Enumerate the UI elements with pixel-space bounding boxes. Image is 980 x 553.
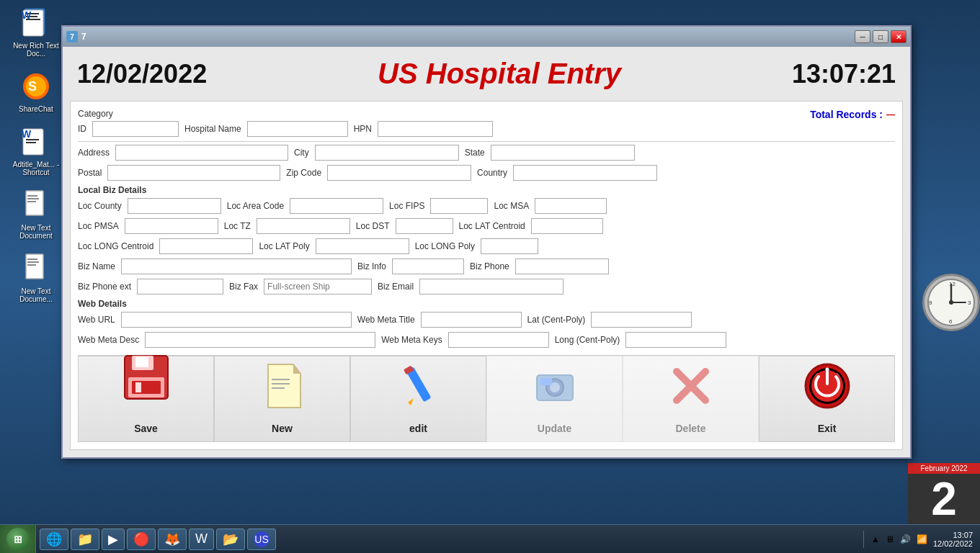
id-input[interactable] xyxy=(92,121,179,137)
loc-dst-input[interactable] xyxy=(396,218,453,234)
start-button[interactable]: ⊞ xyxy=(0,525,36,554)
form-container: Category ID Hospital Name HPN Total Reco… xyxy=(70,101,903,450)
loc-lat-centroid-input[interactable] xyxy=(531,218,603,234)
exit-button[interactable]: Exit xyxy=(759,356,895,442)
taskbar-usdata[interactable]: US xyxy=(247,529,276,550)
desktop: W New Rich Text Doc... S ShareChat W xyxy=(0,0,980,553)
total-records-value: — xyxy=(886,109,895,120)
loc-tz-input[interactable] xyxy=(257,218,350,234)
taskbar-firefox[interactable]: 🦊 xyxy=(158,529,187,550)
web-meta-desc-input[interactable] xyxy=(145,332,375,348)
app-content: 12/02/2022 US Hospital Entry 13:07:21 Ca… xyxy=(63,47,910,457)
update-button[interactable]: Update xyxy=(486,356,623,442)
biz-fax-input[interactable] xyxy=(264,279,372,295)
hpn-input[interactable] xyxy=(378,121,493,137)
close-button[interactable]: ✕ xyxy=(891,30,906,43)
city-input[interactable] xyxy=(315,145,459,161)
ie-icon: 🌐 xyxy=(46,531,62,547)
hospital-name-input[interactable] xyxy=(247,121,348,137)
rich-text-label: New Rich Text Doc... xyxy=(7,42,65,58)
long-cent-poly-input[interactable] xyxy=(625,332,726,348)
sharechat-label: ShareChat xyxy=(19,105,53,113)
maximize-button[interactable]: □ xyxy=(873,30,888,43)
local-biz-header: Local Biz Details xyxy=(78,185,895,195)
loc-lat-poly-input[interactable] xyxy=(316,238,409,254)
loc-long-poly-input[interactable] xyxy=(481,238,538,254)
id-label: ID xyxy=(78,124,86,134)
new-button[interactable]: New xyxy=(214,356,350,442)
minimize-button[interactable]: ─ xyxy=(855,30,870,43)
biz-phone-ext-input[interactable] xyxy=(137,279,223,295)
svg-rect-34 xyxy=(135,382,141,392)
delete-button[interactable]: Delete xyxy=(623,356,759,442)
biz-name-input[interactable] xyxy=(121,258,352,274)
taskbar-chrome[interactable]: 🔴 xyxy=(127,529,156,550)
taskbar-items: 🌐 📁 ▶ 🔴 🦊 W 📂 US xyxy=(36,529,863,550)
calendar-widget: February 2022 2 xyxy=(908,463,980,524)
svg-rect-19 xyxy=(27,261,39,263)
lat-cent-poly-input[interactable] xyxy=(591,312,692,328)
zipcode-label: Zip Code xyxy=(286,168,321,178)
taskbar-word[interactable]: W xyxy=(189,529,214,550)
new-text-1-label: New Text Document xyxy=(7,224,65,240)
edit-button[interactable]: edit xyxy=(350,356,486,442)
usdata-icon: US xyxy=(254,531,270,547)
desktop-icon-new-text-2[interactable]: New Text Docume... xyxy=(7,253,65,303)
loc-long-centroid-input[interactable] xyxy=(159,238,253,254)
svg-rect-13 xyxy=(26,191,43,215)
biz-info-input[interactable] xyxy=(392,258,464,274)
desktop-icon-adtitle[interactable]: W Adtitle_Mat... - Shortcut xyxy=(7,126,65,176)
svg-rect-46 xyxy=(540,378,552,385)
desktop-icon-rich-text[interactable]: W New Rich Text Doc... xyxy=(7,7,65,58)
desktop-icon-new-text-1[interactable]: New Text Document xyxy=(7,189,65,240)
postal-row: Postal Zip Code Country xyxy=(78,165,895,181)
tray-volume-icon[interactable]: 🔊 xyxy=(900,534,911,544)
lat-cent-poly-label: Lat (Cent-Poly) xyxy=(527,315,586,325)
loc-long-poly-label: Loc LONG Poly xyxy=(415,241,475,251)
svg-rect-17 xyxy=(26,254,43,279)
loc-dst-label: Loc DST xyxy=(356,221,390,231)
svg-text:S: S xyxy=(28,79,37,94)
web-meta-keys-input[interactable] xyxy=(448,332,549,348)
taskbar-date: 12/02/2022 xyxy=(933,539,973,548)
taskbar-clock: 13:07 12/02/2022 xyxy=(933,531,973,548)
taskbar-media[interactable]: ▶ xyxy=(102,529,125,550)
postal-input[interactable] xyxy=(107,165,280,181)
category-label: Category xyxy=(78,109,493,119)
loc-fips-input[interactable] xyxy=(430,198,488,214)
loc-county-input[interactable] xyxy=(128,198,221,214)
rich-text-icon: W xyxy=(20,7,52,39)
window-title: 7 xyxy=(81,32,86,42)
total-records-label: Total Records : xyxy=(810,109,883,120)
loc-row-2: Loc PMSA Loc TZ Loc DST Loc LAT Centroid xyxy=(78,218,895,234)
app-header: 12/02/2022 US Hospital Entry 13:07:21 xyxy=(70,54,903,94)
biz-email-input[interactable] xyxy=(419,279,564,295)
button-area: Save New xyxy=(78,355,895,442)
loc-area-code-input[interactable] xyxy=(290,198,383,214)
chrome-icon: 🔴 xyxy=(133,531,149,547)
loc-msa-input[interactable] xyxy=(535,198,607,214)
desktop-icon-sharechat[interactable]: S ShareChat xyxy=(7,71,65,113)
tray-expand-icon[interactable]: ▲ xyxy=(871,534,880,544)
taskbar-explorer[interactable]: 📁 xyxy=(71,529,99,550)
svg-rect-39 xyxy=(272,387,285,389)
tray-network-icon: 🖥 xyxy=(886,534,894,544)
taskbar: ⊞ 🌐 📁 ▶ 🔴 🦊 W 📂 xyxy=(0,524,980,553)
taskbar-folder[interactable]: 📂 xyxy=(216,529,245,550)
address-input[interactable] xyxy=(115,145,288,161)
loc-pmsa-input[interactable] xyxy=(125,218,218,234)
state-input[interactable] xyxy=(491,145,635,161)
biz-row-2: Biz Phone ext Biz Fax Biz Email xyxy=(78,279,895,295)
update-label: Update xyxy=(538,423,571,434)
zipcode-input[interactable] xyxy=(327,165,471,181)
biz-phone-input[interactable] xyxy=(515,258,609,274)
save-button[interactable]: Save xyxy=(78,356,214,442)
svg-rect-20 xyxy=(27,264,36,266)
loc-lat-poly-label: Loc LAT Poly xyxy=(259,241,309,251)
taskbar-ie[interactable]: 🌐 xyxy=(40,529,68,550)
title-bar-controls: ─ □ ✕ xyxy=(855,30,906,43)
web-url-input[interactable] xyxy=(121,312,352,328)
hpn-label: HPN xyxy=(354,124,372,134)
country-input[interactable] xyxy=(513,165,657,181)
web-meta-title-input[interactable] xyxy=(421,312,522,328)
